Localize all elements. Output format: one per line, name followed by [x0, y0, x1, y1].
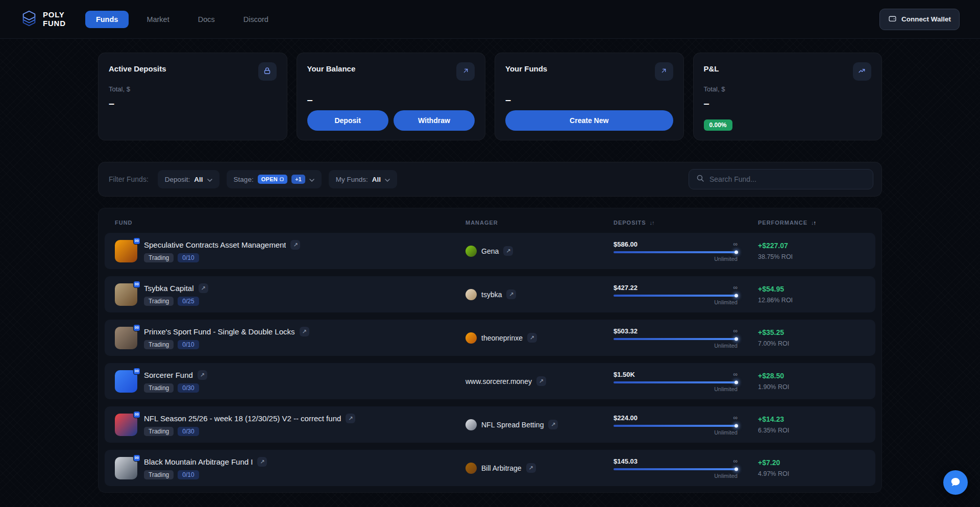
- fund-name[interactable]: Black Mountain Arbitrage Fund I: [144, 457, 253, 466]
- deposit-progress-bar: [614, 425, 738, 427]
- lock-icon-button[interactable]: [258, 62, 277, 81]
- table-row[interactable]: 00 Black Mountain Arbitrage Fund I ↗ Tra…: [105, 450, 875, 486]
- funds-table: FUND MANAGER DEPOSITS ↓↑ PERFORMANCE ↓↑ …: [98, 208, 882, 493]
- search-fund-box[interactable]: [689, 169, 873, 189]
- status-badge: Trading: [144, 470, 174, 479]
- pnl-amount: +$14.23: [758, 415, 863, 423]
- pnl-trend-button[interactable]: [853, 62, 871, 81]
- column-header-deposits[interactable]: DEPOSITS ↓↑: [614, 220, 758, 226]
- connect-wallet-button[interactable]: Connect Wallet: [879, 9, 960, 30]
- fund-external-link-icon[interactable]: ↗: [199, 283, 208, 293]
- table-row[interactable]: 00 NFL Season 25/26 - week 18 (12/30/25)…: [105, 406, 875, 443]
- fund-name[interactable]: Tsybka Capital: [144, 284, 194, 293]
- deposit-amount: $586.00: [614, 240, 638, 248]
- cap-label: Unlimited: [614, 343, 738, 349]
- fund-name[interactable]: Prinxe's Sport Fund - Single & Double Lo…: [144, 327, 295, 336]
- nav-item-market[interactable]: Market: [136, 11, 180, 28]
- cap-label: Unlimited: [614, 256, 738, 262]
- sort-performance-icon[interactable]: ↓↑: [811, 220, 816, 226]
- polyfund-logo-icon: [20, 10, 38, 29]
- column-header-fund: FUND: [115, 220, 465, 226]
- nav-item-discord[interactable]: Discord: [233, 11, 279, 28]
- table-row[interactable]: 00 Sorcerer Fund ↗ Trading 0/30 www.sorc…: [105, 363, 875, 399]
- column-header-manager: MANAGER: [465, 220, 614, 226]
- pnl-amount: +$227.07: [758, 242, 863, 250]
- slots-badge: 0/10: [178, 340, 199, 349]
- table-row[interactable]: 00 Tsybka Capital ↗ Trading 0/25 tsybka …: [105, 276, 875, 312]
- manager-avatar: [465, 289, 477, 300]
- search-input[interactable]: [709, 175, 866, 183]
- deposit-button[interactable]: Deposit: [307, 110, 388, 131]
- fund-external-link-icon[interactable]: ↗: [300, 327, 309, 336]
- active-deposits-value: –: [109, 98, 277, 109]
- status-badge: Trading: [144, 383, 174, 393]
- manager-external-link-icon[interactable]: ↗: [548, 420, 558, 429]
- manager-avatar: [465, 332, 477, 344]
- polymarket-badge-icon: 00: [133, 368, 140, 375]
- manager-avatar: [465, 246, 477, 257]
- infinity-cap: ∞: [733, 327, 738, 334]
- manager-name[interactable]: theoneprinxe: [481, 334, 523, 342]
- create-new-fund-button[interactable]: Create New: [505, 110, 673, 131]
- manager-external-link-icon[interactable]: ↗: [527, 333, 537, 343]
- brand-logo[interactable]: POLY FUND: [20, 10, 66, 29]
- roi-percent: 6.35% ROI: [758, 427, 863, 434]
- column-header-performance[interactable]: PERFORMANCE ↓↑: [758, 220, 863, 226]
- nav-item-funds[interactable]: Funds: [85, 11, 129, 28]
- polymarket-badge-icon: 00: [133, 281, 140, 288]
- manager-name[interactable]: NFL Spread Betting: [481, 421, 544, 429]
- arrow-up-right-icon: [462, 67, 470, 76]
- infinity-cap: ∞: [733, 371, 738, 378]
- withdraw-button[interactable]: Withdraw: [394, 110, 475, 131]
- sort-deposits-icon[interactable]: ↓↑: [650, 220, 654, 226]
- fund-name[interactable]: Sorcerer Fund: [144, 371, 193, 379]
- manager-name[interactable]: www.sorcerer.money: [465, 377, 532, 385]
- manager-avatar: [465, 463, 477, 474]
- stage-filter-dropdown[interactable]: Stage: OPEN +1: [227, 170, 322, 188]
- funds-expand-button[interactable]: [655, 62, 673, 81]
- fund-external-link-icon[interactable]: ↗: [198, 370, 207, 380]
- table-row[interactable]: 00 Prinxe's Sport Fund - Single & Double…: [105, 320, 875, 356]
- manager-external-link-icon[interactable]: ↗: [506, 289, 516, 299]
- slots-badge: 0/25: [178, 297, 199, 306]
- filter-funds-label: Filter Funds:: [109, 175, 149, 183]
- status-badge: Trading: [144, 427, 174, 436]
- manager-name[interactable]: Gena: [481, 247, 499, 255]
- chevron-down-icon: [385, 175, 390, 184]
- deposit-filter-dropdown[interactable]: Deposit: All: [158, 170, 219, 188]
- manager-avatar: [465, 419, 477, 430]
- table-row[interactable]: 00 Speculative Contracts Asset Managemen…: [105, 233, 875, 269]
- roi-percent: 4.97% ROI: [758, 470, 863, 477]
- your-funds-value: –: [505, 94, 673, 106]
- manager-external-link-icon[interactable]: ↗: [503, 246, 513, 256]
- stage-open-icon: [280, 176, 284, 182]
- pnl-value: –: [704, 98, 872, 109]
- manager-name[interactable]: Bill Arbitrage: [481, 464, 522, 472]
- fund-external-link-icon[interactable]: ↗: [346, 414, 355, 423]
- wallet-icon: [888, 14, 897, 25]
- slots-badge: 0/10: [178, 470, 199, 479]
- infinity-cap: ∞: [733, 284, 738, 291]
- deposit-amount: $224.00: [614, 414, 638, 422]
- fund-external-link-icon[interactable]: ↗: [257, 457, 267, 467]
- manager-name[interactable]: tsybka: [481, 291, 502, 299]
- manager-external-link-icon[interactable]: ↗: [526, 463, 536, 473]
- status-badge: Trading: [144, 253, 174, 262]
- my-funds-filter-dropdown[interactable]: My Funds: All: [329, 170, 397, 188]
- infinity-cap: ∞: [733, 240, 738, 248]
- chevron-down-icon: [207, 175, 212, 184]
- fund-external-link-icon[interactable]: ↗: [290, 240, 300, 250]
- manager-external-link-icon[interactable]: ↗: [536, 376, 546, 386]
- your-balance-value: –: [307, 94, 475, 106]
- infinity-cap: ∞: [733, 457, 738, 465]
- infinity-cap: ∞: [733, 414, 738, 421]
- nav-item-docs[interactable]: Docs: [187, 11, 226, 28]
- roi-percent: 1.90% ROI: [758, 383, 863, 391]
- fund-name[interactable]: Speculative Contracts Asset Management: [144, 240, 286, 249]
- chat-widget-button[interactable]: [943, 470, 968, 495]
- pnl-amount: +$35.25: [758, 328, 863, 336]
- balance-expand-button[interactable]: [456, 62, 475, 81]
- slots-badge: 0/30: [178, 427, 199, 436]
- fund-name[interactable]: NFL Season 25/26 - week 18 (12/30/25) V2…: [144, 414, 341, 423]
- status-badge: Trading: [144, 340, 174, 349]
